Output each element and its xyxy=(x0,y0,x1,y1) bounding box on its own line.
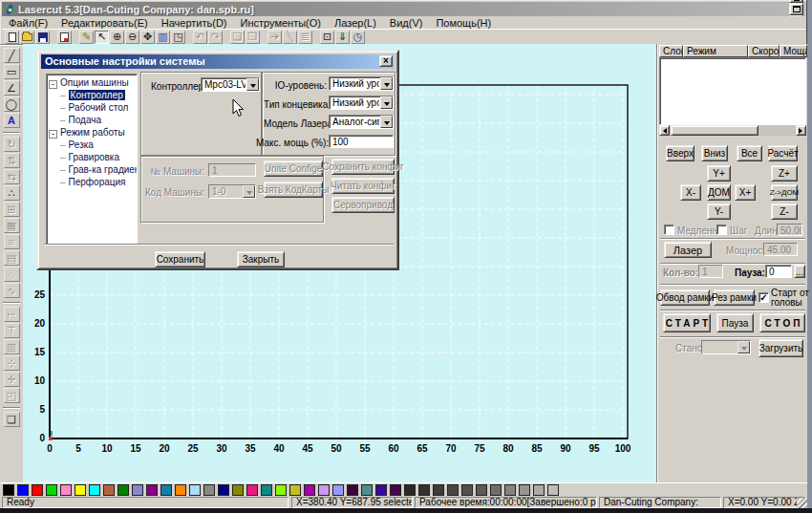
toolbar-draw-line-button[interactable]: ╱ xyxy=(4,48,20,63)
laser-model-select[interactable]: Аналог-сигнал xyxy=(329,115,394,129)
scroll-left-button[interactable] xyxy=(659,125,670,136)
toolbar-pan-button[interactable]: ✥ xyxy=(140,31,155,44)
toolbar-zoom-in-button[interactable]: ⊕ xyxy=(110,31,124,44)
palette-swatch-30[interactable] xyxy=(433,484,444,496)
toolbar-zoom-fit-button[interactable]: ◳ xyxy=(171,31,185,44)
palette-swatch-8[interactable] xyxy=(118,484,129,496)
controller-dropdown-arrow-icon[interactable] xyxy=(246,78,259,91)
start-from-head-checkbox[interactable]: ✓ xyxy=(759,292,769,303)
tree-item[interactable]: Гравировка xyxy=(47,151,137,163)
layer-down-button[interactable]: Вниз xyxy=(701,145,728,161)
layers-column-3[interactable]: Моща xyxy=(780,45,807,57)
toolbar-save-button[interactable] xyxy=(35,31,50,44)
menu-item-1[interactable]: Редактировать(E) xyxy=(54,17,155,29)
layer-all-button[interactable]: Все xyxy=(737,145,762,161)
toolbar-distribute-button[interactable]: ▥ xyxy=(4,339,20,354)
step-checkbox[interactable] xyxy=(716,224,727,235)
toolbar-open-button[interactable] xyxy=(20,31,34,44)
toolbar-redo-button[interactable]: ↷ xyxy=(208,31,223,44)
machine-code-select[interactable]: 1-0 xyxy=(208,184,256,199)
toolbar-align-button[interactable]: ≡ xyxy=(4,234,20,249)
layers-list[interactable] xyxy=(659,57,806,125)
tree-item[interactable]: Подача xyxy=(47,114,137,126)
load-button[interactable]: Загрузить xyxy=(759,339,803,357)
more-button[interactable]: ... xyxy=(794,265,805,278)
palette-swatch-36[interactable] xyxy=(519,484,530,496)
palette-swatch-6[interactable] xyxy=(89,484,100,496)
toolbar-smooth-curve-button[interactable]: ∿ xyxy=(4,283,20,298)
toolbar-weld-button[interactable]: ◌ xyxy=(4,267,20,282)
menu-item-2[interactable]: Начертить(D) xyxy=(155,17,234,29)
toolbar-draw-ellipse-button[interactable]: ◯ xyxy=(4,96,20,112)
toolbar-preview-button[interactable]: ⊡ xyxy=(320,31,334,44)
palette-swatch-22[interactable] xyxy=(318,484,330,496)
frame-outline-button[interactable]: Обвод рамки xyxy=(660,289,710,306)
toolbar-mirror-vertical-button[interactable]: ⇅ xyxy=(4,153,20,168)
jog-y-minus-button[interactable]: Y- xyxy=(707,203,731,220)
layers-column-0[interactable]: Слои xyxy=(659,45,683,57)
toolbar-sort-button[interactable]: ≣ xyxy=(298,31,312,44)
palette-swatch-34[interactable] xyxy=(490,484,502,496)
machine-select[interactable] xyxy=(701,340,751,354)
tree-item[interactable]: Контроллер xyxy=(47,89,137,101)
menu-item-4[interactable]: Лазер(L) xyxy=(328,17,383,29)
palette-swatch-11[interactable] xyxy=(160,484,172,496)
toolbar-draw-rect-button[interactable]: ▭ xyxy=(4,64,20,79)
io-level-select[interactable]: Низкий уровень xyxy=(329,76,394,91)
tree-collapse-icon[interactable] xyxy=(49,130,57,139)
pause-button[interactable]: Пауза xyxy=(716,313,754,332)
palette-swatch-18[interactable] xyxy=(261,484,272,496)
toolbar-cut-line-button[interactable]: ╲ xyxy=(283,31,297,44)
palette-swatch-17[interactable] xyxy=(246,484,258,496)
toolbar-mirror-horizontal-button[interactable]: ⇆ xyxy=(4,169,20,184)
toolbar-group-button[interactable]: ❏ xyxy=(230,31,245,44)
toolbar-align-left-button[interactable]: ⊢ xyxy=(4,307,20,322)
stop-button[interactable]: СТОП xyxy=(759,313,805,332)
toolbar-center-vertical-button[interactable]: ✛ xyxy=(4,372,20,387)
count-field[interactable]: 1 xyxy=(698,265,723,278)
palette-swatch-5[interactable] xyxy=(75,484,86,496)
laser-dropdown-arrow-icon[interactable] xyxy=(380,116,393,128)
pause-field[interactable]: 0 xyxy=(765,265,792,278)
palette-swatch-28[interactable] xyxy=(404,484,416,496)
resize-grip[interactable] xyxy=(797,498,807,508)
palette-swatch-23[interactable] xyxy=(332,484,344,496)
jog-y-plus-button[interactable]: Y+ xyxy=(707,165,731,182)
palette-swatch-29[interactable] xyxy=(418,484,430,496)
toolbar-select-button[interactable]: ↖ xyxy=(95,31,109,44)
layers-column-1[interactable]: Режим xyxy=(683,45,748,57)
toolbar-timer-button[interactable]: ◷ xyxy=(351,31,365,44)
machine-no-field[interactable]: 1 xyxy=(208,163,256,177)
palette-swatch-13[interactable] xyxy=(189,484,201,496)
length-field[interactable]: 50.00 xyxy=(777,224,802,236)
jog-z-plus-button[interactable]: Z+ xyxy=(771,165,798,182)
toolbar-rotate-button[interactable]: ↻ xyxy=(4,137,20,152)
layer-up-button[interactable]: Вверх xyxy=(666,145,694,161)
palette-swatch-20[interactable] xyxy=(289,484,301,496)
machine-code-dropdown-arrow-icon[interactable] xyxy=(243,185,255,198)
toolbar-align-top-button[interactable]: ⊤ xyxy=(4,323,20,338)
toolbar-center-horizontal-button[interactable]: ⊹ xyxy=(4,355,20,371)
toolbar-full-screen-button[interactable]: ▥ xyxy=(156,31,170,44)
limit-switch-select[interactable]: Низкий уровень xyxy=(329,96,394,110)
palette-swatch-15[interactable] xyxy=(218,484,229,496)
frame-cut-button[interactable]: Рез рамки xyxy=(714,289,755,306)
machine-dropdown-arrow-icon[interactable] xyxy=(737,341,750,353)
palette-swatch-7[interactable] xyxy=(103,484,115,496)
palette-swatch-0[interactable] xyxy=(3,484,14,496)
toolbar-download-button[interactable]: ⇓ xyxy=(335,31,350,44)
power-field[interactable]: 45.00 xyxy=(763,243,798,256)
jog-x-plus-button[interactable]: X+ xyxy=(735,184,756,201)
z-home-button[interactable]: Z->ДОМ xyxy=(771,184,798,201)
palette-swatch-32[interactable] xyxy=(461,484,473,496)
toolbar-edit-nodes-button[interactable]: ∴ xyxy=(4,185,20,201)
limit-dropdown-arrow-icon[interactable] xyxy=(380,96,393,109)
tree-item[interactable]: Рабочий стол xyxy=(47,101,137,114)
toolbar-layers-button[interactable]: ❏ xyxy=(4,412,20,427)
dialog-close-button[interactable]: × xyxy=(379,55,393,67)
toolbar-pen-edit-button[interactable]: ✎ xyxy=(79,31,94,44)
controller-select[interactable]: Mpc03-LV xyxy=(201,77,260,92)
palette-swatch-26[interactable] xyxy=(375,484,387,496)
palette-swatch-37[interactable] xyxy=(533,484,545,496)
read-config-button[interactable]: Читать конфиг xyxy=(331,178,395,194)
